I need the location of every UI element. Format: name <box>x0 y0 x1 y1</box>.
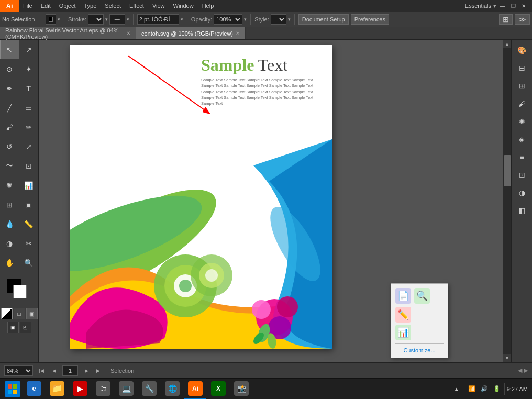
screen-mode-btn[interactable]: ▣ <box>7 322 19 333</box>
hand-tool[interactable]: ✋ <box>0 253 19 272</box>
menu-type[interactable]: Type <box>80 0 101 12</box>
minimize-button[interactable]: — <box>498 2 507 10</box>
align-panel-btn[interactable]: ≡ <box>514 149 530 165</box>
color-panel-btn[interactable]: 🎨 <box>514 42 530 59</box>
free-transform-tool[interactable]: ⊡ <box>19 156 39 175</box>
tab-contoh[interactable]: contoh.svg @ 100% (RGB/Preview) ✕ <box>136 27 246 39</box>
zoom-select[interactable]: 84% <box>4 365 33 376</box>
vertical-scrollbar[interactable]: ▲ ▼ <box>503 40 511 362</box>
rotate-tool[interactable]: ↺ <box>0 137 19 156</box>
color-mode-btn[interactable]: □ <box>14 308 25 319</box>
popup-icon-3[interactable]: ✏️ <box>395 307 411 323</box>
taskbar-illustrator[interactable]: Ai <box>184 379 206 400</box>
artboard[interactable]: Sample Text Sample Text Sample Text Samp… <box>70 45 332 349</box>
slice-tool[interactable]: ✂ <box>19 234 39 253</box>
scroll-down-button[interactable]: ▼ <box>503 354 512 362</box>
transform-panel-btn[interactable]: ⊡ <box>514 167 530 183</box>
taskbar-files[interactable]: 🗂 <box>92 379 114 400</box>
change-screen-btn[interactable]: ◰ <box>20 322 31 333</box>
swatches-panel-btn[interactable]: ⊞ <box>514 77 530 94</box>
pt-input[interactable] <box>137 14 179 25</box>
page-input[interactable] <box>62 365 78 376</box>
scale-tool[interactable]: ⤢ <box>19 137 39 156</box>
more-button[interactable]: ≫ <box>515 14 530 25</box>
essentials-dropdown[interactable]: Essentials <box>465 3 491 9</box>
popup-icon-1[interactable]: 📄 <box>395 288 411 304</box>
tab-rainbow[interactable]: Rainbow Floral Swirls Vector Art.eps @ 8… <box>0 27 136 39</box>
warp-tool[interactable]: 〜 <box>0 156 19 175</box>
maximize-button[interactable]: ❐ <box>509 2 517 10</box>
next-button[interactable]: ▶ <box>82 367 91 375</box>
tab-rainbow-close[interactable]: ✕ <box>126 30 130 36</box>
pen-tool[interactable]: ✒ <box>0 79 19 98</box>
column-graph-tool[interactable]: 📊 <box>19 175 39 195</box>
menu-window[interactable]: Window <box>169 0 198 12</box>
next-page-button[interactable]: ▶| <box>95 367 103 375</box>
stroke-color-box[interactable] <box>13 285 27 298</box>
tray-network[interactable]: 📶 <box>467 384 477 394</box>
files-icon: 🗂 <box>96 381 110 396</box>
selection-tool[interactable]: ↖ <box>0 40 19 59</box>
type-tool[interactable]: T <box>19 79 39 98</box>
paintbrush-tool[interactable]: 🖌 <box>0 117 19 137</box>
gradient-tool[interactable]: ▣ <box>19 195 39 214</box>
symbol-sprayer-tool[interactable]: ✺ <box>0 175 19 195</box>
menu-view[interactable]: View <box>148 0 169 12</box>
tab-contoh-close[interactable]: ✕ <box>236 30 240 36</box>
pencil-tool[interactable]: ✏ <box>19 117 39 137</box>
pathfinder-btn[interactable]: ◑ <box>514 184 530 201</box>
preferences-button[interactable]: Preferences <box>351 14 389 25</box>
taskbar-computer[interactable]: 💻 <box>115 379 137 400</box>
taskbar-network[interactable]: 🌐 <box>161 379 183 400</box>
eyedropper-tool[interactable]: 💧 <box>0 214 19 234</box>
appearance-btn[interactable]: ◧ <box>514 202 530 219</box>
taskbar-tool[interactable]: 🔧 <box>138 379 160 400</box>
rect-tool[interactable]: ▭ <box>19 98 39 117</box>
taskbar-folder[interactable]: 📁 <box>46 379 68 400</box>
direct-selection-tool[interactable]: ↗ <box>19 40 39 59</box>
opacity-select[interactable]: 100% <box>214 14 242 25</box>
lasso-tool[interactable]: ⊙ <box>0 59 19 79</box>
menu-select[interactable]: Select <box>101 0 125 12</box>
fill-color-input[interactable] <box>46 14 56 25</box>
close-button[interactable]: ✕ <box>519 2 528 10</box>
brushes-panel-btn[interactable]: 🖌 <box>514 95 530 112</box>
none-color-box[interactable] <box>1 308 13 319</box>
start-button[interactable] <box>2 379 23 400</box>
mesh-tool[interactable]: ⊞ <box>0 195 19 214</box>
taskbar-excel[interactable]: X <box>207 379 229 400</box>
blend-tool[interactable]: ◑ <box>0 234 19 253</box>
menu-object[interactable]: Object <box>55 0 80 12</box>
taskbar-media[interactable]: ▶ <box>69 379 91 400</box>
popup-icon-2[interactable]: 🔍 <box>414 288 430 304</box>
menu-help[interactable]: Help <box>198 0 218 12</box>
style-select[interactable]: — <box>271 14 286 25</box>
taskbar-app10[interactable]: 📸 <box>230 379 252 400</box>
zoom-tool[interactable]: 🔍 <box>19 253 39 272</box>
line-tool[interactable]: ╱ <box>0 98 19 117</box>
magic-wand-tool[interactable]: ✦ <box>19 59 39 79</box>
popup-icon-4[interactable]: 📊 <box>395 325 411 340</box>
arrange-button[interactable]: ⊞ <box>499 14 513 25</box>
gradient-box[interactable]: ▣ <box>26 308 38 319</box>
tray-volume[interactable]: 🔊 <box>479 384 490 394</box>
doc-setup-button[interactable]: Document Setup <box>298 14 349 25</box>
layers-panel-btn[interactable]: ⊟ <box>514 60 530 76</box>
tray-up-arrow[interactable]: ▲ <box>451 384 462 394</box>
prev-page-button[interactable]: |◀ <box>37 367 46 375</box>
svg-point-8 <box>179 280 192 292</box>
menu-file[interactable]: File <box>19 0 37 12</box>
customize-link[interactable]: Customize... <box>403 347 435 353</box>
scroll-thumb[interactable] <box>504 155 511 186</box>
taskbar-ie[interactable]: e <box>23 379 45 400</box>
graphic-styles-btn[interactable]: ◈ <box>514 131 530 148</box>
measure-tool[interactable]: 📏 <box>19 214 39 234</box>
menu-effect[interactable]: Effect <box>125 0 148 12</box>
scroll-up-button[interactable]: ▲ <box>503 40 512 48</box>
stroke-color-select[interactable]: — <box>88 14 104 25</box>
symbols-panel-btn[interactable]: ✺ <box>514 113 530 130</box>
menu-edit[interactable]: Edit <box>37 0 55 12</box>
taskbar-clock[interactable]: 9:27 AM <box>507 386 528 392</box>
tray-battery[interactable]: 🔋 <box>492 384 502 394</box>
prev-button[interactable]: ◀ <box>50 367 58 375</box>
